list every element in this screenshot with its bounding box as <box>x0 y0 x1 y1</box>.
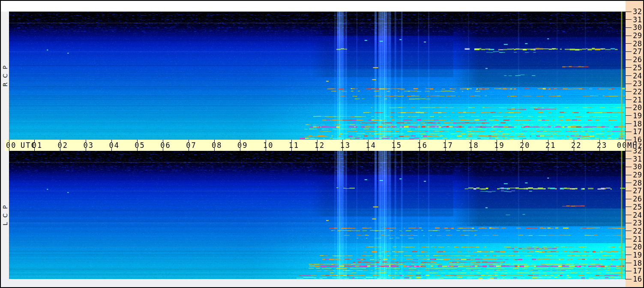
rcp-polarization-label: R C P <box>1 12 9 140</box>
app-window: AJ4CO Observatory 09 Nov 2016 - DPS on T… <box>0 0 644 288</box>
lcp-polarization-label: L C P <box>1 151 9 279</box>
spectrogram-rcp-canvas <box>9 12 625 140</box>
time-axis-band <box>5 140 626 151</box>
bottom-margin-strip <box>1 279 626 287</box>
spectrogram-lcp-canvas <box>9 151 625 279</box>
freq-axis-strip <box>626 1 643 287</box>
title-bar: AJ4CO Observatory 09 Nov 2016 - DPS on T… <box>1 1 626 12</box>
